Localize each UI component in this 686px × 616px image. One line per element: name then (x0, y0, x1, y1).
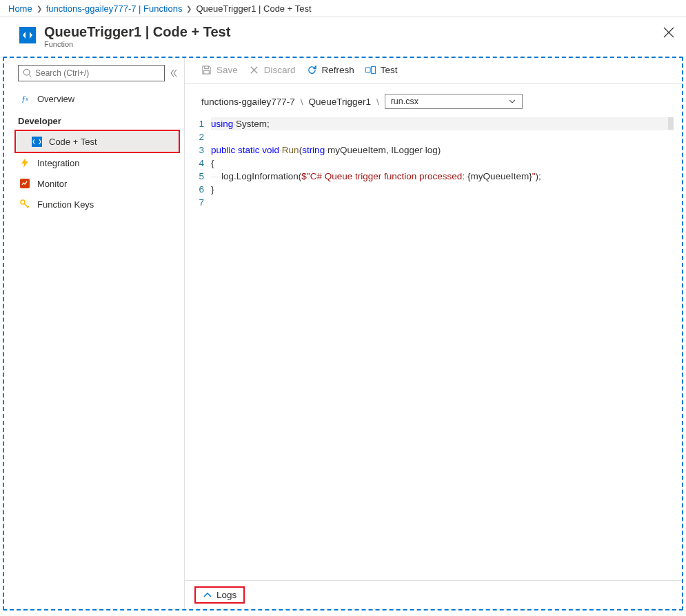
save-button[interactable]: Save (201, 65, 238, 75)
file-selector[interactable]: run.csx (385, 94, 523, 109)
page-title: QueueTrigger1 | Code + Test (44, 24, 230, 40)
nav-overview[interactable]: ƒx Overview (4, 88, 184, 109)
line-number: 5 (190, 170, 204, 183)
code-icon (19, 27, 36, 43)
nav-label: Monitor (37, 179, 67, 189)
refresh-icon (307, 65, 317, 75)
svg-point-0 (23, 69, 30, 75)
function-icon: ƒx (19, 93, 30, 104)
nav-section-developer: Developer (4, 109, 184, 130)
page-header: QueueTrigger1 | Code + Test Function (0, 17, 686, 57)
breadcrumb-current: QueueTrigger1 | Code + Test (196, 3, 311, 14)
svg-rect-6 (365, 68, 370, 72)
search-icon (23, 68, 32, 78)
code-line[interactable]: ····log.LogInformation($"C#·Queue·trigge… (211, 170, 674, 183)
toolbar-label: Discard (264, 65, 296, 75)
nav-code-test[interactable]: Code + Test (16, 131, 179, 152)
lightning-icon (19, 157, 30, 168)
search-input[interactable] (18, 65, 165, 81)
nav-integration[interactable]: Integration (4, 152, 184, 173)
code-line[interactable]: { (211, 157, 674, 170)
line-number: 1 (190, 117, 204, 130)
file-path-row: functions-ggailey777-7 \ QueueTrigger1 \… (185, 84, 682, 117)
breadcrumb-home[interactable]: Home (8, 3, 32, 14)
line-number: 2 (190, 130, 204, 143)
nav-monitor[interactable]: Monitor (4, 173, 184, 194)
line-number: 3 (190, 143, 204, 157)
toolbar: Save Discard Refresh Test (185, 58, 682, 84)
toolbar-label: Refresh (322, 65, 354, 75)
refresh-button[interactable]: Refresh (307, 65, 354, 75)
svg-marker-3 (21, 158, 28, 168)
file-selector-value: run.csx (391, 97, 418, 106)
code-line[interactable] (211, 130, 674, 143)
line-number: 4 (190, 157, 204, 170)
path-sep: \ (301, 97, 303, 107)
logs-panel: Logs (185, 580, 682, 609)
search-field[interactable] (35, 68, 160, 78)
toolbar-label: Test (381, 65, 398, 75)
nav-label: Overview (37, 94, 74, 104)
breadcrumb: Home ❯ functions-ggailey777-7 | Function… (0, 0, 686, 17)
code-editor[interactable]: 1 2 3 4 5 6 7 using·System; public·stati… (190, 117, 674, 580)
path-func: QueueTrigger1 (309, 97, 371, 107)
page-subtitle: Function (44, 40, 230, 48)
breadcrumb-app[interactable]: functions-ggailey777-7 | Functions (46, 3, 183, 14)
nav-label: Integration (37, 158, 79, 168)
breadcrumb-sep-icon: ❯ (37, 5, 42, 12)
main-wrapper: ƒx Overview Developer Code + Test Integr… (3, 57, 683, 610)
code-line[interactable] (211, 196, 674, 209)
svg-line-1 (29, 74, 31, 77)
chevron-up-icon (203, 590, 212, 600)
code-test-icon (31, 136, 42, 147)
code-content[interactable]: using·System; public·static·void·Run(str… (211, 117, 674, 580)
path-sep: \ (376, 97, 379, 107)
logs-toggle[interactable]: Logs (194, 586, 245, 604)
svg-rect-7 (371, 67, 375, 74)
line-number: 6 (190, 183, 204, 196)
line-number: 7 (190, 196, 204, 209)
test-button[interactable]: Test (365, 65, 398, 75)
key-icon (19, 199, 30, 210)
close-icon[interactable] (663, 27, 676, 39)
nav-function-keys[interactable]: Function Keys (4, 194, 184, 215)
nav-label: Function Keys (37, 199, 94, 210)
breadcrumb-sep-icon: ❯ (186, 5, 192, 12)
logs-label: Logs (216, 590, 236, 600)
sidebar: ƒx Overview Developer Code + Test Integr… (4, 58, 185, 609)
path-app: functions-ggailey777-7 (201, 97, 295, 107)
save-icon (201, 65, 212, 75)
discard-icon (249, 65, 259, 75)
monitor-icon (19, 178, 30, 189)
chevron-down-icon (508, 97, 516, 106)
code-line[interactable]: } (211, 183, 674, 196)
discard-button[interactable]: Discard (249, 65, 296, 75)
collapse-sidebar-icon[interactable] (170, 67, 177, 79)
content-area: Save Discard Refresh Test functions-ggai… (185, 58, 682, 609)
minimap-handle[interactable] (668, 117, 674, 130)
line-gutter: 1 2 3 4 5 6 7 (190, 117, 211, 580)
code-line[interactable]: using·System; (211, 117, 674, 130)
toolbar-label: Save (216, 65, 238, 75)
test-icon (365, 65, 376, 75)
code-line[interactable]: public·static·void·Run(string·myQueueIte… (211, 143, 674, 157)
nav-label: Code + Test (49, 137, 97, 147)
